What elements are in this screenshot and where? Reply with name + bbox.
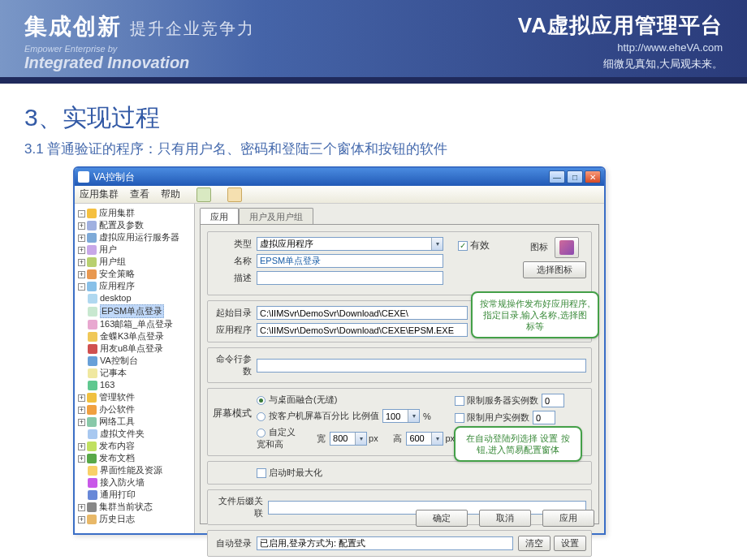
expand-icon[interactable]: + [78, 247, 85, 254]
name-input[interactable] [257, 254, 443, 268]
security-icon [87, 269, 97, 279]
chevron-down-icon[interactable]: ▾ [431, 433, 443, 445]
group-cmdline: 命令行参数 [207, 347, 592, 383]
desc-input[interactable] [257, 271, 443, 285]
tree-root[interactable]: 应用集群 [99, 208, 135, 218]
tree-firewall[interactable]: 接入防火墙 [100, 477, 145, 487]
notepad-icon [88, 368, 97, 378]
tree-perf[interactable]: 界面性能及资源 [100, 465, 162, 475]
banner-en-2: Integrated Innovation [24, 54, 255, 72]
expand-icon[interactable]: + [78, 516, 85, 523]
height-combo[interactable]: ▾ [406, 432, 443, 446]
menu-cluster[interactable]: 应用集群 [80, 187, 119, 201]
tabbar: 应用 用户及用户组 [195, 204, 604, 224]
tree-cat-net[interactable]: 网络工具 [99, 416, 135, 426]
tree-status[interactable]: 集群当前状态 [99, 502, 153, 511]
toolbar-icon-2[interactable] [227, 187, 242, 202]
chk-lim-user[interactable]: 限制用户实例数 [455, 411, 529, 424]
toolbar-icon-1[interactable] [196, 187, 211, 202]
chevron-down-icon[interactable]: ▾ [408, 410, 419, 422]
title-main: 集成创新 [24, 14, 122, 39]
menu-help[interactable]: 帮助 [161, 187, 180, 201]
tree-app-desktop[interactable]: desktop [100, 293, 132, 303]
startdir-input[interactable] [257, 306, 468, 320]
lim2-input[interactable] [533, 411, 555, 424]
tree-group[interactable]: 用户组 [99, 256, 126, 266]
pct-label: % [423, 411, 431, 421]
width-combo[interactable]: ▾ [330, 432, 367, 446]
tree-apps[interactable]: 应用程序 [99, 281, 135, 291]
tree-app-va[interactable]: VA控制台 [100, 355, 138, 365]
tree-user[interactable]: 用户 [99, 244, 117, 254]
expand-icon[interactable]: + [78, 419, 85, 426]
menu-view[interactable]: 查看 [130, 187, 149, 201]
tree-app-kingdee[interactable]: 金蝶K3单点登录 [100, 331, 164, 341]
chevron-down-icon[interactable]: ▾ [355, 433, 366, 445]
expand-icon[interactable]: + [78, 407, 85, 414]
autologin-input[interactable] [257, 536, 513, 550]
expand-icon[interactable]: + [78, 235, 85, 242]
tree-app-notepad[interactable]: 记事本 [100, 368, 127, 377]
title-sub: 提升企业竞争力 [130, 19, 255, 37]
select-icon-button[interactable]: 选择图标 [523, 261, 586, 278]
cmd-input[interactable] [257, 359, 586, 373]
type-input[interactable] [257, 237, 443, 251]
window-titlebar[interactable]: VA控制台 — □ ✕ [75, 168, 604, 186]
nav-tree[interactable]: -应用集群 +配置及参数 +虚拟应用运行服务器 +用户 +用户组 +安全策略 -… [75, 204, 195, 533]
label-ext: 文件后缀关联 [213, 495, 268, 519]
combo-type[interactable]: ▾ [257, 237, 443, 251]
close-button[interactable]: ✕ [585, 170, 601, 183]
tab-app[interactable]: 应用 [200, 208, 239, 225]
kingdee-icon [88, 332, 97, 342]
tree-cat-pubdoc[interactable]: 发布文档 [99, 453, 135, 463]
label-autologin: 自动登录 [213, 537, 257, 549]
percent-combo[interactable]: ▾ [382, 409, 420, 423]
chk-lim-server[interactable]: 限制服务器实例数 [455, 394, 538, 407]
tree-cat-pubcontent[interactable]: 发布内容 [99, 441, 135, 450]
tree-app-u8[interactable]: 用友u8单点登录 [100, 343, 163, 353]
expand-icon[interactable]: + [78, 455, 85, 463]
enabled-checkbox[interactable]: ✓有效 [458, 239, 490, 251]
expand-icon[interactable]: + [78, 259, 85, 266]
expand-icon[interactable]: + [78, 504, 85, 511]
tree-server[interactable]: 虚拟应用运行服务器 [99, 232, 179, 242]
radio-seamless[interactable]: 与桌面融合(无缝) [257, 394, 337, 406]
expand-icon[interactable]: - [78, 210, 85, 218]
apply-button[interactable]: 应用 [542, 510, 594, 527]
tree-app-163[interactable]: 163 [100, 380, 114, 390]
ok-button[interactable]: 确定 [416, 510, 468, 527]
settings-button[interactable]: 设置 [554, 536, 586, 551]
mail-icon [88, 320, 97, 330]
lim1-input[interactable] [542, 394, 564, 407]
expand-icon[interactable]: + [78, 443, 85, 450]
expand-icon[interactable]: - [78, 283, 85, 291]
tree-cat-vfolder[interactable]: 虚拟文件夹 [100, 429, 145, 438]
maximize-button[interactable]: □ [567, 170, 583, 183]
tree-cat-office[interactable]: 办公软件 [99, 404, 135, 414]
expand-icon[interactable]: + [78, 271, 85, 278]
expand-icon[interactable]: + [78, 394, 85, 402]
tab-users[interactable]: 用户及用户组 [239, 208, 313, 225]
minimize-button[interactable]: — [549, 170, 565, 183]
tree-app-epsm[interactable]: EPSM单点登录 [100, 304, 164, 318]
tree-app-163mail[interactable]: 163邮箱_单点登录 [100, 319, 173, 329]
radio-percent[interactable]: 按客户机屏幕百分比 [257, 410, 349, 422]
lim1-label: 限制服务器实例数 [467, 395, 538, 405]
banner-slogan: 细微见真知,大局观未来。 [518, 57, 723, 71]
cancel-button[interactable]: 取消 [479, 510, 531, 527]
clear-button[interactable]: 清空 [518, 536, 551, 551]
tree-print[interactable]: 通用打印 [100, 489, 136, 499]
radio-custom[interactable]: 自定义宽和高 [257, 426, 303, 450]
apppath-input[interactable] [257, 323, 468, 337]
chevron-down-icon[interactable]: ▾ [431, 238, 443, 250]
chk-maximize[interactable]: 启动时最大化 [257, 467, 322, 479]
log-icon [87, 515, 97, 524]
tree-config[interactable]: 配置及参数 [99, 220, 144, 230]
heading-1: 3、实现过程 [24, 101, 723, 135]
tree-log[interactable]: 历史日志 [99, 514, 135, 523]
va-console-window: VA控制台 — □ ✕ 应用集群 查看 帮助 -应用集群 +配置及参数 +虚拟应… [73, 166, 606, 535]
tree-security[interactable]: 安全策略 [99, 269, 135, 278]
tree-cat-mgr[interactable]: 管理软件 [99, 392, 135, 402]
w-label: 宽 [303, 433, 330, 445]
expand-icon[interactable]: + [78, 222, 85, 230]
